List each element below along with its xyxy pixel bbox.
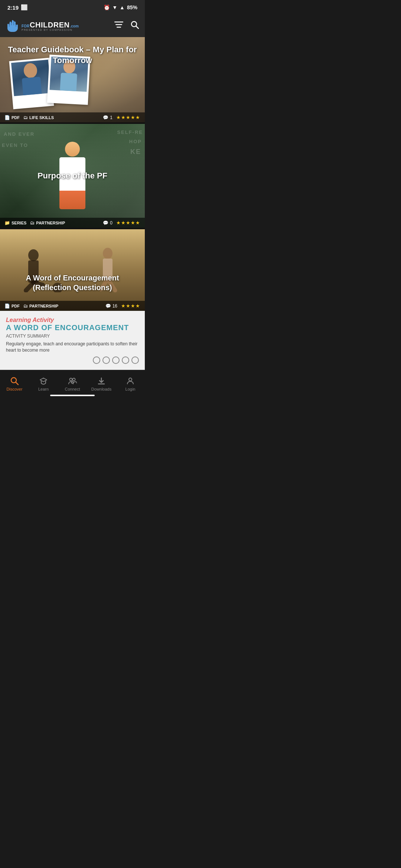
- category-icon-3: 🗂: [23, 303, 28, 309]
- svg-line-4: [136, 26, 139, 29]
- graffiti-1: AND EVER: [4, 131, 35, 137]
- svg-point-24: [129, 378, 132, 381]
- la-body-text: Regularly engage, teach and encourage pa…: [6, 341, 139, 354]
- comment-icon-3: 💬: [105, 303, 111, 309]
- card-2-stars: ★★★★★: [116, 220, 140, 226]
- card-3-stars: ★★★★: [121, 303, 140, 309]
- svg-point-9: [28, 249, 39, 261]
- nav-login[interactable]: Login: [116, 370, 145, 398]
- login-label: Login: [125, 387, 136, 391]
- card-2-image: AND EVER EVEN TO SELF-RE HOP KE Purpose …: [0, 124, 145, 228]
- card-1-category-badge: 🗂 LIFE SKILLS: [23, 115, 54, 120]
- la-circle-1: [93, 356, 100, 364]
- person-pants: [59, 191, 85, 209]
- la-circles: [6, 356, 139, 364]
- la-circle-4: [122, 356, 129, 364]
- card-1-meta: 📄 PDF 🗂 LIFE SKILLS 💬 1 ★★★★★: [0, 112, 145, 122]
- header-actions: [114, 21, 139, 31]
- card-2-title-overlay: Purpose of the PF: [0, 171, 145, 181]
- card-2-meta: 📁 SERIES 🗂 PARTNERSHIP 💬 0 ★★★★★: [0, 218, 145, 228]
- battery-display: 85%: [127, 4, 137, 10]
- logo-children: CHILDREN: [30, 21, 69, 29]
- bottom-navigation: Discover Learn Connect Downloads: [0, 370, 145, 398]
- person-head: [65, 142, 80, 157]
- logo-text: FOR CHILDREN .com PRESENTED BY COMPASSIO…: [22, 21, 79, 31]
- time-display: 2:19: [7, 4, 19, 11]
- card-1-type-badge: 📄 PDF: [4, 115, 20, 120]
- discover-label: Discover: [7, 387, 23, 391]
- signal-icon: ▲: [120, 4, 125, 10]
- graffiti-4: HOP: [129, 139, 142, 144]
- card-teacher-guidebook[interactable]: Teacher Guidebook – My Plan for Tomorrow…: [0, 37, 145, 122]
- card-2-comments: 💬 0: [103, 220, 113, 226]
- la-circle-2: [102, 356, 110, 364]
- downloads-icon: [97, 377, 106, 385]
- card-3-image: A Word of Encouragement (Reflection Ques…: [0, 229, 145, 311]
- svg-line-19: [16, 382, 19, 385]
- nav-downloads[interactable]: Downloads: [87, 370, 116, 398]
- nav-connect[interactable]: Connect: [58, 370, 87, 398]
- card-2-category-badge: 🗂 PARTNERSHIP: [30, 220, 65, 226]
- la-title: A WORD OF ENCOURAGEMENT: [6, 323, 139, 332]
- filter-icon[interactable]: [114, 21, 123, 31]
- comment-icon-2: 💬: [103, 220, 108, 226]
- svg-rect-2: [117, 27, 121, 28]
- svg-point-22: [72, 381, 74, 383]
- svg-point-20: [70, 378, 72, 381]
- logo: FOR CHILDREN .com PRESENTED BY COMPASSIO…: [6, 19, 79, 33]
- logo-subtitle: PRESENTED BY COMPASSION: [22, 29, 79, 31]
- card-1-stars: ★★★★★: [116, 115, 140, 120]
- alarm-icon: ⏰: [104, 4, 110, 10]
- la-circle-3: [112, 356, 120, 364]
- card-2-type-badge: 📁 SERIES: [4, 220, 26, 226]
- status-bar: 2:19 ⬜ ⏰ ▼ ▲ 85%: [0, 0, 145, 15]
- connect-icon: [68, 377, 77, 385]
- card-purpose-pf[interactable]: AND EVER EVEN TO SELF-RE HOP KE Purpose …: [0, 124, 145, 228]
- series-icon: 📁: [4, 220, 10, 226]
- downloads-label: Downloads: [91, 387, 111, 391]
- la-category-label: Learning Activity: [6, 317, 139, 323]
- la-circle-5: [131, 356, 139, 364]
- hand-logo-icon: [6, 19, 19, 33]
- card-3-meta: 📄 PDF 🗂 PARTNERSHIP 💬 16 ★★★★: [0, 301, 145, 311]
- svg-point-14: [103, 248, 113, 259]
- notification-icon: ⬜: [21, 4, 28, 11]
- learn-label: Learn: [38, 387, 49, 391]
- card-1-comments: 💬 1: [103, 115, 113, 120]
- card-1-title: Teacher Guidebook – My Plan for Tomorrow: [4, 45, 141, 66]
- logo-for: FOR: [22, 24, 29, 28]
- connect-label: Connect: [65, 387, 80, 391]
- card-2-title: Purpose of the PF: [0, 171, 145, 181]
- wifi-icon: ▼: [112, 4, 117, 10]
- card-encouragement[interactable]: A Word of Encouragement (Reflection Ques…: [0, 229, 145, 311]
- svg-rect-6: [22, 77, 42, 96]
- card-3-type-badge: 📄 PDF: [4, 303, 20, 309]
- cards-container: Teacher Guidebook – My Plan for Tomorrow…: [0, 37, 145, 370]
- card-1-image: Teacher Guidebook – My Plan for Tomorrow…: [0, 37, 145, 122]
- learning-activity-card[interactable]: Learning Activity A WORD OF ENCOURAGEMEN…: [0, 311, 145, 370]
- la-subtitle: ACTIVITY SUMMARY: [6, 333, 139, 339]
- nav-home-indicator: [50, 395, 95, 396]
- card-3-comments: 💬 16: [105, 303, 117, 309]
- card-3-category-badge: 🗂 PARTNERSHIP: [23, 303, 58, 309]
- nav-discover[interactable]: Discover: [0, 370, 29, 398]
- svg-rect-8: [60, 73, 77, 92]
- learn-icon: [39, 377, 48, 385]
- svg-rect-0: [114, 22, 123, 23]
- nav-learn[interactable]: Learn: [29, 370, 58, 398]
- graffiti-2: EVEN TO: [2, 142, 28, 148]
- category-icon-2: 🗂: [30, 220, 35, 226]
- card-1-title-overlay: Teacher Guidebook – My Plan for Tomorrow: [0, 45, 145, 66]
- svg-point-21: [73, 378, 75, 381]
- svg-rect-1: [115, 24, 122, 25]
- search-icon[interactable]: [131, 21, 139, 31]
- graffiti-5: KE: [130, 148, 141, 156]
- category-icon: 🗂: [23, 115, 28, 120]
- graffiti-3: SELF-RE: [117, 129, 143, 135]
- login-icon: [126, 377, 135, 385]
- app-header: FOR CHILDREN .com PRESENTED BY COMPASSIO…: [0, 15, 145, 37]
- comment-icon: 💬: [103, 115, 108, 120]
- card-3-title: A Word of Encouragement (Reflection Ques…: [6, 273, 139, 292]
- pdf-icon: 📄: [4, 115, 10, 120]
- discover-icon: [10, 377, 19, 385]
